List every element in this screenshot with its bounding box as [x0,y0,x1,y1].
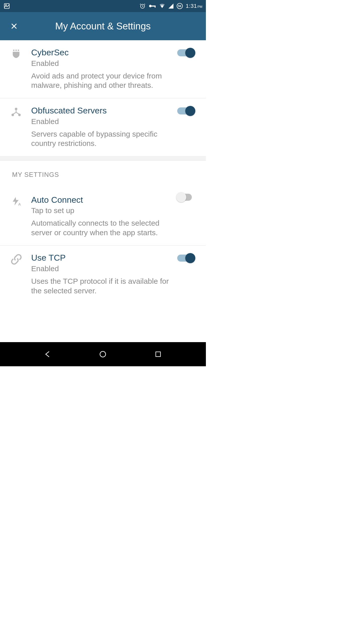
section-header-my-settings: MY SETTINGS [0,161,206,185]
setting-auto-connect[interactable]: A Auto Connect Tap to set up Automatical… [0,185,206,246]
setting-description: Automatically connects to the selected s… [31,218,171,237]
setting-title: Obfuscated Servers [31,105,171,116]
setting-description: Avoid ads and protect your device from m… [31,71,171,90]
settings-group-my-settings: A Auto Connect Tap to set up Automatical… [0,185,206,304]
setting-title: Auto Connect [31,195,171,205]
svg-rect-8 [18,50,19,51]
status-ampm: PM [198,5,203,9]
image-notification-icon [4,3,10,9]
nav-home-button[interactable] [97,349,108,360]
svg-rect-6 [13,50,14,51]
setting-use-tcp[interactable]: Use TCP Enabled Uses the TCP protocol if… [0,246,206,303]
setting-status: Enabled [31,59,171,68]
svg-point-9 [15,108,17,110]
status-clock: 1:31PM [186,3,202,9]
alarm-icon [140,3,146,9]
setting-obfuscated-servers[interactable]: Obfuscated Servers Enabled Servers capab… [0,98,206,156]
setting-description: Servers capable of bypassing specific co… [31,129,171,148]
data-usage-icon: 56 [177,3,183,9]
nav-back-button[interactable] [42,349,53,360]
toggle-cybersec[interactable] [176,48,195,57]
lightning-auto-icon: A [11,196,22,207]
wifi-icon [159,3,165,9]
vpn-key-icon [149,3,156,9]
setting-description: Uses the TCP protocol if it is available… [31,276,171,295]
setting-status: Enabled [31,264,171,273]
settings-group-security: CyberSec Enabled Avoid ads and protect y… [0,40,206,156]
svg-rect-7 [16,50,17,51]
svg-rect-0 [4,4,9,9]
shield-icon [11,49,22,60]
link-chain-icon [11,254,22,266]
nav-recents-button[interactable] [153,349,164,360]
svg-point-1 [6,5,6,5]
app-header: My Account & Settings [0,12,206,40]
data-usage-value: 56 [178,5,181,8]
svg-point-13 [100,351,106,357]
close-button[interactable] [9,21,19,31]
status-time: 1:31 [186,3,197,9]
page-title: My Account & Settings [0,21,206,32]
svg-text:A: A [18,202,21,206]
svg-rect-5 [155,6,156,8]
toggle-obfuscated-servers[interactable] [176,106,195,115]
android-nav-bar [0,342,206,366]
toggle-auto-connect[interactable] [176,193,195,202]
cellular-signal-icon [168,3,174,9]
setting-status: Tap to set up [31,206,171,215]
setting-title: Use TCP [31,253,171,263]
svg-rect-14 [156,352,161,357]
setting-status: Enabled [31,117,171,126]
android-status-bar: 56 1:31PM [0,0,206,12]
network-hub-icon [11,107,22,118]
section-divider [0,156,206,161]
toggle-use-tcp[interactable] [176,254,195,263]
setting-title: CyberSec [31,47,171,58]
setting-cybersec[interactable]: CyberSec Enabled Avoid ads and protect y… [0,40,206,98]
